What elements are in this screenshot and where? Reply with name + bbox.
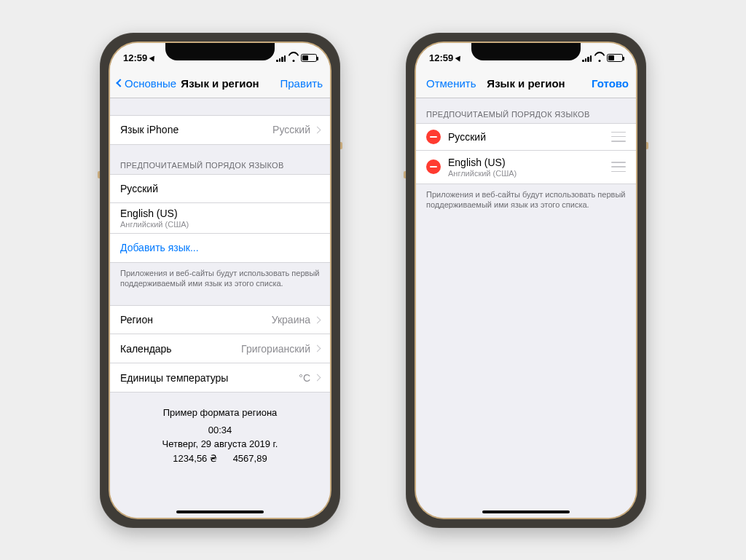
phone-right: 12:59 Отменить Язык и регион Готово ПРЕД…: [406, 33, 646, 528]
chevron-right-icon: [314, 316, 321, 323]
location-icon: [149, 54, 157, 61]
row-value: Григорианский: [241, 343, 310, 355]
edit-button[interactable]: Править: [280, 77, 323, 90]
calendar-row[interactable]: Календарь Григорианский: [110, 334, 330, 363]
row-value: Русский: [272, 124, 310, 135]
done-button[interactable]: Готово: [592, 77, 629, 90]
row-label: Добавить язык...: [120, 242, 199, 253]
navbar: Основные Язык и регион Править: [110, 69, 330, 98]
back-label: Основные: [125, 77, 176, 90]
home-indicator[interactable]: [176, 510, 264, 513]
chevron-left-icon: [116, 79, 124, 87]
delete-icon[interactable]: [426, 130, 441, 144]
preferred-languages-header: ПРЕДПОЧИТАЕМЫЙ ПОРЯДОК ЯЗЫКОВ: [416, 98, 636, 123]
notch: [165, 43, 275, 60]
chevron-right-icon: [314, 126, 321, 133]
battery-icon: [607, 54, 623, 62]
region-format-example: Пример формата региона 00:34 Четверг, 29…: [110, 393, 330, 478]
row-label: Язык iPhone: [120, 124, 178, 135]
row-value: °C: [299, 372, 310, 384]
example-title: Пример формата региона: [120, 406, 320, 420]
row-label: Русский: [448, 131, 604, 143]
language-row[interactable]: English (US) Английский (США): [110, 203, 330, 234]
delete-icon[interactable]: [426, 159, 441, 174]
add-language-button[interactable]: Добавить язык...: [110, 234, 330, 263]
row-value: Украина: [272, 314, 310, 326]
row-label: Регион: [120, 314, 153, 326]
row-label: English (US): [448, 157, 604, 168]
example-date: Четверг, 29 августа 2019 г.: [120, 437, 320, 451]
row-label: English (US): [120, 208, 178, 219]
language-row[interactable]: Русский: [110, 174, 330, 203]
language-edit-row[interactable]: English (US) Английский (США): [416, 151, 636, 184]
section-footer: Приложения и веб-сайты будут использоват…: [110, 263, 330, 290]
navbar: Отменить Язык и регион Готово: [416, 69, 636, 98]
row-label: Единицы температуры: [120, 372, 228, 384]
row-label: Русский: [120, 183, 158, 194]
cell-signal-icon: [276, 55, 286, 62]
battery-icon: [301, 54, 317, 62]
status-time: 12:59: [123, 52, 147, 63]
language-edit-row[interactable]: Русский: [416, 123, 636, 151]
reorder-handle-icon[interactable]: [611, 132, 626, 142]
preferred-languages-header: ПРЕДПОЧИТАЕМЫЙ ПОРЯДОК ЯЗЫКОВ: [110, 145, 330, 174]
home-indicator[interactable]: [482, 510, 570, 513]
cell-signal-icon: [582, 55, 592, 62]
region-row[interactable]: Регион Украина: [110, 305, 330, 334]
status-time: 12:59: [429, 52, 453, 63]
example-numbers: 1234,56 ₴ 4567,89: [120, 451, 320, 466]
row-sublabel: Английский (США): [448, 169, 604, 178]
chevron-right-icon: [314, 345, 321, 352]
location-icon: [455, 54, 463, 61]
notch: [471, 43, 581, 60]
section-footer: Приложения и веб-сайты будут использоват…: [416, 184, 636, 211]
temperature-units-row[interactable]: Единицы температуры °C: [110, 363, 330, 393]
row-label: Календарь: [120, 343, 172, 355]
back-button[interactable]: Основные: [117, 77, 176, 90]
reorder-handle-icon[interactable]: [611, 162, 626, 172]
iphone-language-row[interactable]: Язык iPhone Русский: [110, 116, 330, 145]
phone-left: 12:59 Основные Язык и регион Править Язы…: [100, 33, 340, 528]
row-sublabel: Английский (США): [120, 220, 189, 229]
content-scroll[interactable]: Язык iPhone Русский ПРЕДПОЧИТАЕМЫЙ ПОРЯД…: [110, 98, 330, 518]
content-scroll[interactable]: ПРЕДПОЧИТАЕМЫЙ ПОРЯДОК ЯЗЫКОВ Русский En…: [416, 98, 636, 518]
chevron-right-icon: [314, 374, 321, 382]
cancel-button[interactable]: Отменить: [423, 77, 476, 90]
wifi-icon: [288, 55, 298, 62]
wifi-icon: [594, 55, 604, 62]
example-time: 00:34: [120, 423, 320, 438]
